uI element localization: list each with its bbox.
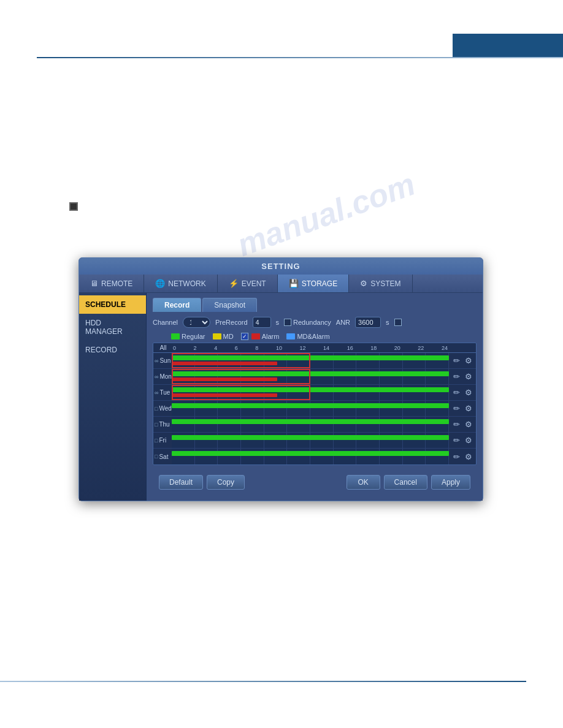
wed-label: Wed: [159, 405, 171, 412]
system-icon: ⚙: [360, 279, 367, 288]
t22: 22: [418, 345, 424, 351]
wed-bars[interactable]: [172, 401, 449, 416]
sun-edit-icon[interactable]: ✏: [451, 356, 461, 366]
bottom-rule: [0, 681, 526, 682]
md-alarm-color: [286, 333, 295, 339]
tab-storage[interactable]: 💾 STORAGE: [278, 275, 349, 292]
mon-loop-icon: ∞: [155, 374, 158, 380]
tab-remote-label: REMOTE: [101, 279, 132, 288]
watermark: manual.com: [232, 165, 420, 264]
tab-system-label: SYSTEM: [370, 279, 400, 288]
ok-button[interactable]: OK: [347, 475, 380, 490]
thu-green-bar: [172, 419, 449, 424]
form-row: Channel 1234 PreRecord s Redundancy ANR …: [153, 317, 477, 328]
main-content: Record Snapshot Channel 1234 PreRecord s…: [147, 293, 483, 501]
redundancy-checkbox[interactable]: [284, 319, 291, 326]
alarm-color: [251, 333, 260, 339]
prerecord-input[interactable]: [253, 317, 271, 328]
fri-gear-icon[interactable]: ⚙: [464, 436, 473, 446]
subtab-snapshot[interactable]: Snapshot: [202, 298, 257, 312]
sat-label: Sat: [159, 453, 168, 460]
sun-gear-icon[interactable]: ⚙: [464, 356, 473, 366]
tab-network-label: NETWORK: [168, 279, 205, 288]
tab-network[interactable]: 🌐 NETWORK: [144, 275, 217, 292]
tue-gear-icon[interactable]: ⚙: [464, 388, 473, 398]
sat-edit-icon[interactable]: ✏: [451, 452, 461, 461]
sidebar-item-schedule[interactable]: SCHEDULE: [79, 295, 146, 314]
thu-actions: ✏ ⚙: [449, 420, 476, 430]
t20: 20: [394, 345, 400, 351]
cancel-button[interactable]: Cancel: [384, 475, 427, 490]
tab-bar: 🖥 REMOTE 🌐 NETWORK ⚡ EVENT 💾 STORAGE ⚙ S…: [79, 275, 483, 293]
dialog-title: SETTING: [79, 258, 483, 275]
tue-bars[interactable]: [172, 385, 449, 400]
tue-loop-icon: ∞: [155, 390, 158, 396]
sun-bars[interactable]: [172, 353, 449, 368]
top-rule: [37, 57, 563, 58]
sub-tabs: Record Snapshot: [153, 298, 477, 312]
event-icon: ⚡: [229, 279, 239, 288]
mon-gear-icon[interactable]: ⚙: [464, 372, 473, 382]
copy-button[interactable]: Copy: [207, 475, 245, 490]
tab-system[interactable]: ⚙ SYSTEM: [349, 275, 412, 292]
sat-loop-icon: □: [155, 453, 158, 460]
anr-input[interactable]: [355, 317, 381, 328]
schedule-grid: All 0 2 4 6 8 10 12 14 16 18 20 22: [153, 343, 477, 465]
mon-green-bar: [172, 371, 449, 376]
channel-select[interactable]: 1234: [183, 317, 210, 328]
mon-alarm-bar: [172, 377, 277, 381]
wed-edit-icon[interactable]: ✏: [451, 404, 461, 414]
legend-md: MD: [213, 333, 234, 340]
sat-bars[interactable]: [172, 449, 449, 464]
prerecord-label: PreRecord: [215, 319, 248, 326]
wed-loop: □ Wed: [153, 405, 172, 412]
sun-alarm-bar: [172, 362, 277, 365]
thu-bars[interactable]: [172, 417, 449, 432]
redundancy-text: Redundancy: [293, 319, 331, 326]
md-label: MD: [223, 333, 234, 340]
regular-label: Regular: [182, 333, 205, 340]
sun-green-bar: [172, 355, 449, 360]
sidebar-item-record[interactable]: RECORD: [79, 341, 146, 359]
tue-alarm-bar: [172, 393, 277, 397]
thu-gear-icon[interactable]: ⚙: [464, 420, 473, 430]
row-sat: □ Sat ✏ ⚙: [153, 449, 476, 464]
remote-icon: 🖥: [90, 279, 98, 288]
anr-unit: s: [386, 319, 389, 326]
fri-bars[interactable]: [172, 433, 449, 448]
tab-remote[interactable]: 🖥 REMOTE: [79, 275, 144, 292]
alarm-checkbox[interactable]: [241, 333, 248, 340]
tue-edit-icon[interactable]: ✏: [451, 388, 461, 398]
legend-regular: Regular: [171, 333, 205, 340]
dialog-body: SCHEDULE HDD MANAGER RECORD Record Snaps…: [79, 293, 483, 501]
sat-green-bar: [172, 451, 449, 456]
mon-bars[interactable]: [172, 369, 449, 384]
tue-loop: ∞ Tue: [153, 389, 172, 396]
mon-edit-icon[interactable]: ✏: [451, 372, 461, 382]
thu-edit-icon[interactable]: ✏: [451, 420, 461, 430]
apply-button[interactable]: Apply: [431, 475, 470, 490]
sidebar-item-hdd-manager[interactable]: HDD MANAGER: [79, 314, 146, 341]
row-mon: ∞ Mon: [153, 369, 476, 385]
left-buttons: Default Copy: [159, 475, 245, 490]
t18: 18: [370, 345, 377, 351]
tue-actions: ✏ ⚙: [449, 388, 476, 398]
t24: 24: [442, 345, 448, 351]
thu-loop: □ Thu: [153, 421, 172, 428]
wed-gear-icon[interactable]: ⚙: [464, 404, 473, 414]
mon-loop: ∞ Mon: [153, 373, 172, 380]
anr-checkbox[interactable]: [394, 319, 402, 326]
row-wed: □ Wed ✏ ⚙: [153, 401, 476, 417]
md-color: [213, 333, 221, 339]
tab-event[interactable]: ⚡ EVENT: [218, 275, 278, 292]
default-button[interactable]: Default: [159, 475, 203, 490]
fri-edit-icon[interactable]: ✏: [451, 436, 461, 446]
t14: 14: [323, 345, 329, 351]
t16: 16: [347, 345, 353, 351]
sat-gear-icon[interactable]: ⚙: [464, 452, 473, 461]
subtab-record[interactable]: Record: [153, 298, 201, 312]
fri-actions: ✏ ⚙: [449, 436, 476, 446]
sun-loop: ∞ Sun: [153, 357, 172, 364]
tue-label: Tue: [159, 389, 170, 396]
sun-actions: ✏ ⚙: [449, 356, 476, 366]
